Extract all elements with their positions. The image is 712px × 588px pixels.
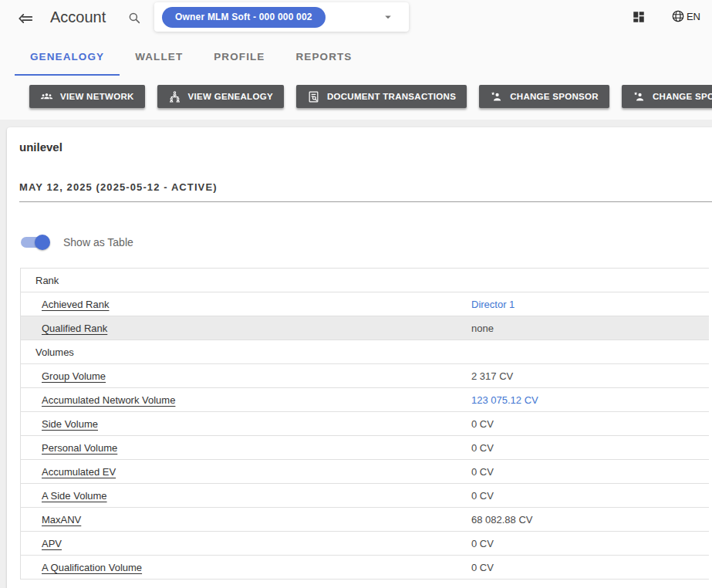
row-label[interactable]: Accumulated EV <box>21 460 471 484</box>
person-star-icon <box>490 90 503 103</box>
table-row: A Qualification Volume0 CV <box>21 556 709 580</box>
globe-icon <box>671 9 685 23</box>
language-switcher[interactable]: EN <box>671 9 700 23</box>
row-value: 0 CV <box>471 436 709 460</box>
divider <box>19 201 712 202</box>
chevron-down-icon[interactable] <box>381 10 395 24</box>
table-row: Group Volume2 317 CV <box>21 364 709 388</box>
dashboard-icon[interactable] <box>632 10 646 24</box>
table-row: Personal Volume0 CV <box>21 436 709 460</box>
row-value: 0 CV <box>471 556 709 580</box>
tab-profile[interactable]: PROFILE <box>198 39 280 76</box>
row-label[interactable]: Accumulated Network Volume <box>21 388 471 412</box>
action-buttons: VIEW NETWORKVIEW GENEALOGYDOCUMENT TRANS… <box>29 85 712 108</box>
button-label: DOCUMENT TRANSACTIONS <box>327 92 456 101</box>
row-label[interactable]: A Side Volume <box>21 484 471 508</box>
account-select[interactable]: Owner MLM Soft - 000 000 002 <box>154 2 409 32</box>
row-label[interactable]: Achieved Rank <box>21 292 471 316</box>
app-bar: Account Owner MLM Soft - 000 000 002 EN <box>0 0 712 37</box>
page-title: Account <box>50 8 106 26</box>
language-label: EN <box>687 11 700 22</box>
show-as-table-row: Show as Table <box>21 234 133 251</box>
tab-wallet[interactable]: WALLET <box>120 39 198 76</box>
genealogy-card: unilevel MAY 12, 2025 (2025-05-12 - ACTI… <box>7 127 712 588</box>
view-genealogy-button[interactable]: VIEW GENEALOGY <box>157 85 284 108</box>
button-label: VIEW GENEALOGY <box>188 92 273 101</box>
table-row: APV0 CV <box>21 532 709 556</box>
change-sponsor-for-frontline-button[interactable]: CHANGE SPONSOR FOR FRONTLINE <box>622 85 712 108</box>
table-row: Accumulated Network Volume123 075.12 CV <box>21 388 709 412</box>
row-label[interactable]: Side Volume <box>21 412 471 436</box>
row-value: 0 CV <box>471 460 709 484</box>
search-icon[interactable] <box>127 11 141 25</box>
menu-collapse-icon[interactable] <box>17 10 34 27</box>
tab-bar: GENEALOGYWALLETPROFILEREPORTS <box>15 39 367 76</box>
table-row: Qualified Ranknone <box>21 316 709 340</box>
row-label[interactable]: Personal Volume <box>21 436 471 460</box>
plan-title: unilevel <box>19 140 62 154</box>
table-row: A Side Volume0 CV <box>21 484 709 508</box>
genealogy-tree-icon <box>168 90 181 103</box>
table-row: MaxANV68 082.88 CV <box>21 508 709 532</box>
row-value: none <box>471 316 709 340</box>
table-section-header: Volumes <box>21 340 709 364</box>
show-as-table-toggle[interactable] <box>21 237 49 248</box>
row-label[interactable]: MaxANV <box>21 508 471 532</box>
button-label: CHANGE SPONSOR FOR FRONTLINE <box>653 92 712 101</box>
top-region: Account Owner MLM Soft - 000 000 002 EN <box>0 0 712 120</box>
table-section-header: Rank <box>21 269 709 292</box>
toggle-thumb <box>35 235 50 250</box>
document-transactions-button[interactable]: DOCUMENT TRANSACTIONS <box>296 85 467 108</box>
button-label: VIEW NETWORK <box>60 92 134 101</box>
row-label[interactable]: Qualified Rank <box>21 316 471 340</box>
row-value[interactable]: Director 1 <box>471 292 709 316</box>
period-heading: MAY 12, 2025 (2025-05-12 - ACTIVE) <box>19 181 218 193</box>
row-label[interactable]: APV <box>21 532 471 556</box>
toggle-label: Show as Table <box>63 236 133 248</box>
row-value: 0 CV <box>471 484 709 508</box>
people-group-icon <box>40 90 53 103</box>
view-network-button[interactable]: VIEW NETWORK <box>29 85 145 108</box>
row-value: 0 CV <box>471 412 709 436</box>
change-sponsor-button[interactable]: CHANGE SPONSOR <box>479 85 609 108</box>
stats-table: RankAchieved RankDirector 1Qualified Ran… <box>20 268 709 580</box>
row-value[interactable]: 123 075.12 CV <box>471 388 709 412</box>
row-label[interactable]: A Qualification Volume <box>21 556 471 580</box>
table-row: Side Volume0 CV <box>21 412 709 436</box>
table-row: Accumulated EV0 CV <box>21 460 709 484</box>
tab-genealogy[interactable]: GENEALOGY <box>15 39 120 76</box>
row-value: 68 082.88 CV <box>471 508 709 532</box>
row-value: 2 317 CV <box>471 364 709 388</box>
account-chip[interactable]: Owner MLM Soft - 000 000 002 <box>162 7 326 28</box>
row-label[interactable]: Group Volume <box>21 364 471 388</box>
document-search-icon <box>307 90 320 103</box>
person-star-icon <box>633 90 646 103</box>
button-label: CHANGE SPONSOR <box>510 92 599 101</box>
tab-reports[interactable]: REPORTS <box>280 39 367 76</box>
row-value: 0 CV <box>471 532 709 556</box>
table-row: Achieved RankDirector 1 <box>21 292 709 316</box>
